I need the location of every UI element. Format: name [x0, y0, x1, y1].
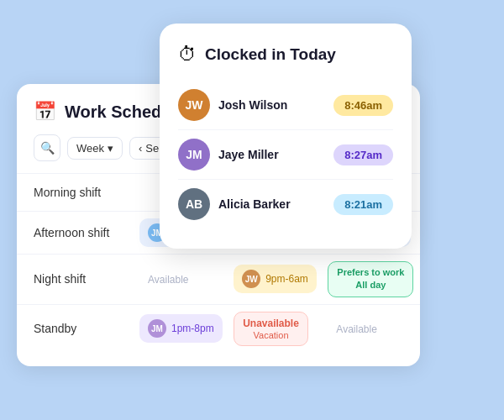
avatar: JM [148, 319, 166, 338]
clocked-header: ⏱ Clocked in Today [178, 44, 393, 66]
shift-slot[interactable]: JM 1pm-8pm [134, 304, 228, 353]
chevron-left-icon: ‹ [139, 142, 142, 155]
shift-slot[interactable]: Unavailable Vacation [228, 304, 323, 353]
shift-slot: Available [134, 255, 228, 305]
clocked-person: AB Alicia Barker [178, 188, 291, 220]
shift-chip[interactable]: JM 1pm-8pm [139, 314, 223, 343]
calendar-icon: 📅 [34, 101, 56, 123]
shift-slot[interactable]: Prefers to work All day [323, 255, 420, 305]
shift-label: Afternoon shift [17, 212, 134, 255]
shift-label: Morning shift [17, 174, 134, 212]
table-row: Night shift Available JW 9pm-6am Prefers… [17, 255, 420, 305]
table-row: Standby JM 1pm-8pm Unavailable Vacation … [17, 304, 420, 353]
prefers-chip[interactable]: Prefers to work All day [328, 261, 413, 297]
clock-icon: ⏱ [178, 44, 197, 66]
shift-label: Night shift [17, 255, 134, 305]
person-name: Jaye Miller [218, 148, 279, 161]
week-selector[interactable]: Week ▾ [67, 137, 123, 160]
person-name: Alicia Barker [218, 197, 291, 211]
avatar: JW [242, 270, 260, 288]
clocked-row: AB Alicia Barker 8:21am [178, 180, 393, 228]
shift-label: Standby [17, 304, 134, 353]
avatar: JW [178, 89, 210, 121]
avatar: AB [178, 188, 210, 220]
time-badge: 8:27am [333, 144, 393, 165]
clocked-row: JW Josh Wilson 8:46am [178, 81, 393, 130]
chevron-down-icon: ▾ [108, 142, 113, 155]
clocked-card: ⏱ Clocked in Today JW Josh Wilson 8:46am… [160, 24, 412, 249]
shift-chip[interactable]: JW 9pm-6am [234, 265, 317, 293]
available-text: Available [328, 318, 385, 340]
time-badge: 8:21am [333, 194, 393, 215]
unavailable-chip[interactable]: Unavailable Vacation [234, 312, 308, 346]
shift-slot[interactable]: JW 9pm-6am [228, 255, 323, 305]
clocked-person: JM Jaye Miller [178, 139, 279, 171]
avatar: JM [178, 139, 210, 171]
search-button[interactable]: 🔍 [34, 134, 60, 161]
time-badge: 8:46am [333, 95, 393, 116]
available-text: Available [139, 269, 197, 291]
clocked-title: Clocked in Today [205, 45, 336, 64]
clocked-row: JM Jaye Miller 8:27am [178, 130, 393, 180]
person-name: Josh Wilson [218, 98, 287, 112]
clocked-person: JW Josh Wilson [178, 89, 287, 121]
shift-slot: Available [323, 304, 420, 353]
